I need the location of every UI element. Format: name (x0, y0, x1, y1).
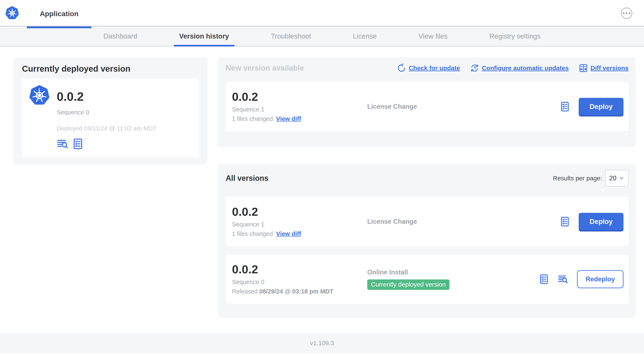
redeploy-button[interactable]: Redeploy (577, 270, 624, 288)
app-nav: Dashboard Version history Troubleshoot L… (0, 27, 644, 47)
tab-registry-settings[interactable]: Registry settings (484, 27, 546, 46)
preflight-checks-icon[interactable] (560, 216, 570, 227)
new-version-number: 0.0.2 (232, 91, 367, 103)
current-sequence: Sequence 0 (57, 109, 156, 116)
main-content: Currently deployed version 0.0.2 Sequenc… (0, 47, 644, 333)
new-version-card: 0.0.2 Sequence 1 1 files changed View di… (226, 82, 628, 131)
currently-deployed-card: 0.0.2 Sequence 0 Deployed 09/11/24 @ 11:… (22, 79, 199, 158)
app-tab-active-indicator (27, 26, 92, 28)
new-version-title: New version available (226, 64, 304, 73)
tab-view-files[interactable]: View files (413, 27, 453, 46)
tab-version-history[interactable]: Version history (174, 27, 234, 46)
refresh-icon (397, 64, 406, 73)
deploy-logs-icon[interactable] (558, 274, 569, 285)
view-diff-link[interactable]: View diff (276, 115, 301, 122)
version-source-label: License Change (367, 218, 560, 225)
preflight-checks-icon[interactable] (560, 101, 570, 112)
diff-icon (579, 64, 588, 73)
currently-deployed-title: Currently deployed version (22, 64, 199, 74)
current-deployed-date: Deployed 09/11/24 @ 11:02 am MDT (57, 125, 156, 132)
configure-automatic-updates-link[interactable]: Configure automatic updates (470, 64, 569, 73)
schedule-update-icon (470, 64, 479, 73)
files-changed-label: 1 files changed (232, 230, 273, 237)
results-per-page-select[interactable]: 20 (605, 170, 628, 186)
app-tab[interactable]: Application (27, 0, 92, 28)
row-version-number: 0.0.2 (232, 206, 367, 218)
new-version-panel: New version available Check for update C… (218, 57, 636, 147)
overflow-menu-button[interactable] (621, 8, 632, 19)
tab-dashboard[interactable]: Dashboard (98, 27, 142, 46)
all-versions-panel: All versions Results per page: 20 0.0.2 … (218, 164, 636, 318)
tab-troubleshoot[interactable]: Troubleshoot (266, 27, 316, 46)
kubernetes-logo-icon (5, 6, 19, 20)
app-footer: v1.109.3 (0, 333, 644, 353)
currently-deployed-badge: Currently deployed version (367, 279, 450, 290)
version-source-label: Online Install (367, 268, 538, 276)
row-sequence: Sequence 0 (232, 279, 367, 285)
results-per-page-label: Results per page: (553, 175, 602, 182)
preflight-checks-icon[interactable] (72, 138, 84, 150)
tab-license[interactable]: License (347, 27, 382, 46)
diff-versions-link[interactable]: Diff versions (579, 64, 628, 73)
preflight-checks-icon[interactable] (538, 274, 549, 285)
row-sequence: Sequence 1 (232, 221, 367, 228)
version-source-label: License Change (367, 103, 560, 110)
row-version-number: 0.0.2 (232, 263, 367, 275)
currently-deployed-panel: Currently deployed version 0.0.2 Sequenc… (14, 57, 208, 165)
released-date: Released 08/29/24 @ 03:18 pm MDT (232, 288, 367, 295)
files-changed-label: 1 files changed (232, 115, 273, 122)
kubernetes-app-icon (29, 85, 50, 106)
deploy-button[interactable]: Deploy (579, 98, 624, 115)
version-row: 0.0.2 Sequence 1 1 files changed View di… (226, 197, 628, 246)
deploy-logs-icon[interactable] (57, 138, 69, 150)
ellipsis-icon (623, 12, 624, 14)
app-header: Application (0, 0, 644, 27)
view-diff-link[interactable]: View diff (276, 230, 301, 237)
app-title: Application (40, 10, 78, 18)
check-for-update-link[interactable]: Check for update (397, 64, 460, 73)
new-version-sequence: Sequence 1 (232, 106, 367, 113)
version-row: 0.0.2 Sequence 0 Released 08/29/24 @ 03:… (226, 254, 628, 304)
chevron-down-icon (619, 176, 624, 181)
all-versions-title: All versions (226, 174, 268, 183)
deploy-button[interactable]: Deploy (579, 213, 624, 230)
current-version-number: 0.0.2 (57, 91, 156, 103)
console-version: v1.109.3 (310, 339, 334, 347)
